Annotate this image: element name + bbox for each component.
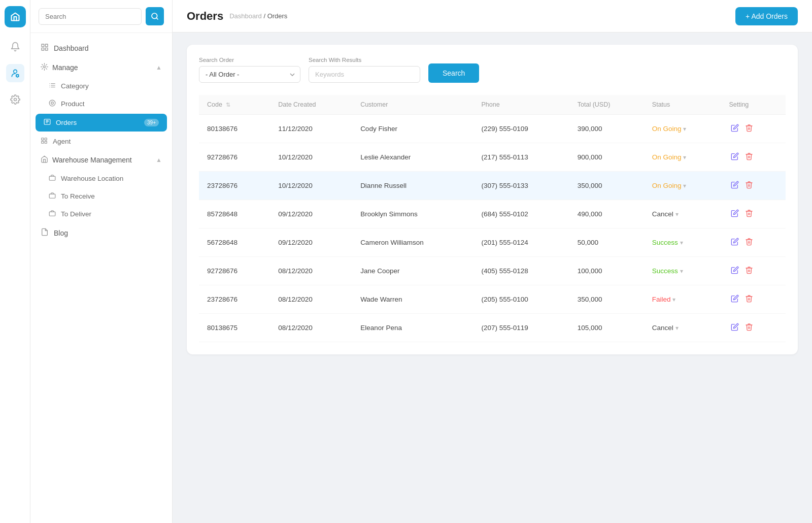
svg-rect-23 <box>49 194 55 198</box>
user-settings-icon[interactable] <box>6 64 24 82</box>
cell-total: 350,000 <box>569 172 644 200</box>
cell-phone: (207) 555-0119 <box>473 314 569 342</box>
orders-table: Code ⇅ Date Created Customer Phone Total… <box>199 95 786 342</box>
delete-button[interactable] <box>743 292 755 306</box>
cell-phone: (217) 555-0113 <box>473 143 569 172</box>
sidebar-item-blog[interactable]: Blog <box>30 223 172 243</box>
svg-point-15 <box>49 100 55 106</box>
sidebar-item-category[interactable]: Category <box>30 77 172 95</box>
cell-setting <box>721 143 786 172</box>
table-row: 85728648 09/12/2020 Brooklyn Simmons (68… <box>199 200 786 228</box>
cell-total: 390,000 <box>569 115 644 143</box>
sidebar-item-orders[interactable]: Orders 39+ <box>36 114 167 132</box>
svg-point-16 <box>51 102 54 105</box>
cell-customer: Cody Fisher <box>352 115 473 143</box>
edit-button[interactable] <box>729 150 741 164</box>
keywords-input[interactable] <box>309 66 420 83</box>
cell-status: Cancel ▾ <box>644 200 721 228</box>
cell-date: 09/12/2020 <box>270 200 352 228</box>
status-dropdown-button[interactable]: ▾ <box>683 125 686 133</box>
cell-code: 80138676 <box>199 115 270 143</box>
status-dropdown-button[interactable]: ▾ <box>680 239 683 246</box>
home-icon-button[interactable] <box>5 6 26 27</box>
delete-button[interactable] <box>743 264 755 278</box>
status-dropdown-button[interactable]: ▾ <box>672 296 675 303</box>
delete-button[interactable] <box>743 179 755 192</box>
status-badge: Success <box>652 239 678 246</box>
delete-button[interactable] <box>743 122 755 136</box>
sidebar-item-product[interactable]: Product <box>30 95 172 113</box>
col-phone: Phone <box>473 95 569 115</box>
sidebar-item-agent[interactable]: Agent <box>30 133 172 150</box>
cell-status: Cancel ▾ <box>644 314 721 342</box>
status-dropdown-button[interactable]: ▾ <box>675 211 679 218</box>
cell-phone: (307) 555-0133 <box>473 172 569 200</box>
edit-button[interactable] <box>729 292 741 306</box>
bell-icon[interactable] <box>6 38 24 56</box>
to-deliver-icon <box>49 210 56 218</box>
cell-date: 10/12/2020 <box>270 172 352 200</box>
svg-rect-21 <box>45 141 47 143</box>
svg-rect-6 <box>45 48 48 50</box>
col-status: Status <box>644 95 721 115</box>
cell-date: 08/12/2020 <box>270 285 352 314</box>
cell-customer: Leslie Alexander <box>352 143 473 172</box>
manage-section-header[interactable]: Manage ▲ <box>30 58 172 77</box>
svg-rect-5 <box>45 44 48 47</box>
sidebar-item-to-receive[interactable]: To Receive <box>30 187 172 205</box>
manage-icon <box>41 63 48 72</box>
sidebar-item-warehouse-location[interactable]: Warehouse Location <box>30 170 172 187</box>
delete-button[interactable] <box>743 207 755 221</box>
warehouse-section-header[interactable]: Warehouse Management ▲ <box>30 150 172 170</box>
cell-date: 10/12/2020 <box>270 143 352 172</box>
search-order-select[interactable]: - All Order - <box>199 66 300 83</box>
edit-button[interactable] <box>729 236 741 249</box>
edit-button[interactable] <box>729 264 741 278</box>
svg-point-8 <box>44 66 46 68</box>
blog-label: Blog <box>54 229 68 237</box>
status-dropdown-button[interactable]: ▾ <box>675 324 679 332</box>
table-row: 80138676 11/12/2020 Cody Fisher (229) 55… <box>199 115 786 143</box>
filter-search-button[interactable]: Search <box>428 63 479 83</box>
col-customer: Customer <box>352 95 473 115</box>
cell-customer: Dianne Russell <box>352 172 473 200</box>
edit-button[interactable] <box>729 207 741 221</box>
icon-bar <box>0 0 30 523</box>
delete-button[interactable] <box>743 150 755 164</box>
blog-icon <box>41 228 49 238</box>
cell-date: 08/12/2020 <box>270 314 352 342</box>
cell-setting <box>721 200 786 228</box>
table-row: 80138675 08/12/2020 Eleanor Pena (207) 5… <box>199 314 786 342</box>
edit-button[interactable] <box>729 179 741 192</box>
cell-customer: Cameron Williamson <box>352 228 473 257</box>
gear-icon[interactable] <box>6 90 24 109</box>
edit-button[interactable] <box>729 321 741 335</box>
cell-phone: (201) 555-0124 <box>473 228 569 257</box>
svg-rect-7 <box>42 48 44 50</box>
cell-status: Failed ▾ <box>644 285 721 314</box>
table-header: Code ⇅ Date Created Customer Phone Total… <box>199 95 786 115</box>
orders-label: Orders <box>56 119 77 126</box>
cell-code: 85728648 <box>199 200 270 228</box>
agent-icon <box>41 137 48 146</box>
breadcrumb-dashboard[interactable]: Dashboard <box>229 12 262 20</box>
delete-button[interactable] <box>743 236 755 249</box>
status-dropdown-button[interactable]: ▾ <box>680 268 683 275</box>
cell-code: 92728676 <box>199 257 270 285</box>
edit-button[interactable] <box>729 122 741 136</box>
search-button[interactable] <box>146 7 164 25</box>
cell-total: 100,000 <box>569 257 644 285</box>
table-body: 80138676 11/12/2020 Cody Fisher (229) 55… <box>199 115 786 342</box>
add-orders-button[interactable]: + Add Orders <box>735 7 798 25</box>
sidebar-item-to-deliver[interactable]: To Deliver <box>30 205 172 223</box>
col-total: Total (USD) <box>569 95 644 115</box>
delete-button[interactable] <box>743 321 755 335</box>
cell-customer: Eleanor Pena <box>352 314 473 342</box>
sidebar-item-dashboard[interactable]: Dashboard <box>30 38 172 58</box>
status-dropdown-button[interactable]: ▾ <box>683 182 686 189</box>
sidebar-search-area <box>30 0 172 33</box>
product-label: Product <box>61 100 85 108</box>
status-badge: Cancel <box>652 210 673 218</box>
status-dropdown-button[interactable]: ▾ <box>683 154 686 161</box>
search-input[interactable] <box>39 8 142 25</box>
